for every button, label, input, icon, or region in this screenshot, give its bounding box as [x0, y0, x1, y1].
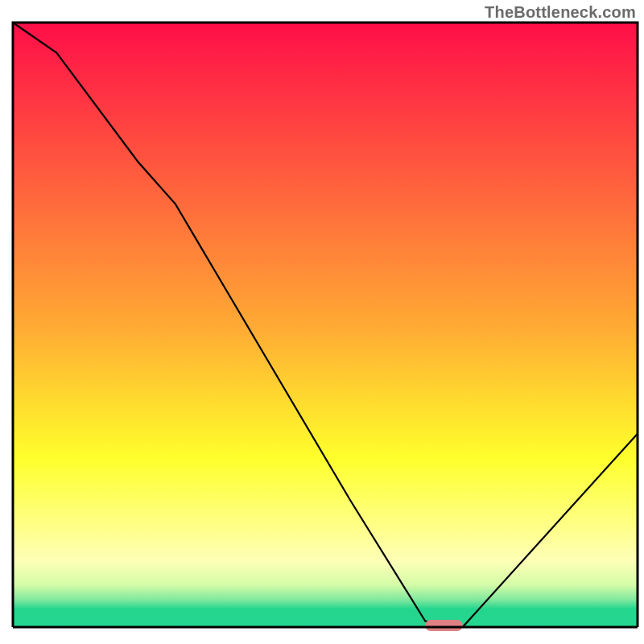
optimum-marker: [425, 620, 463, 631]
chart-canvas: TheBottleneck.com: [0, 0, 644, 644]
bottleneck-chart: [0, 0, 644, 644]
